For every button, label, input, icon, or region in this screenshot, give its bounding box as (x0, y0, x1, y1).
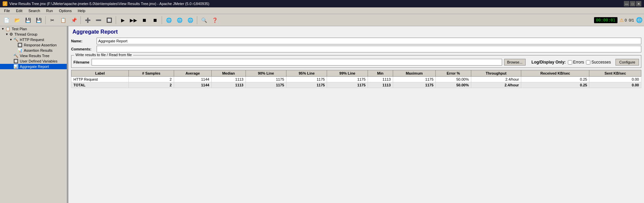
sidebar-item-http-request[interactable]: ▼ 🔨 HTTP Request (0, 37, 67, 42)
col-error: Error % (436, 70, 471, 77)
paste-button[interactable]: 📌 (69, 15, 79, 25)
menu-file[interactable]: File (1, 8, 13, 13)
counter-display: 0/1 (629, 18, 634, 22)
cell-90line: 1175 (246, 77, 286, 82)
copy-button[interactable]: 📋 (58, 15, 68, 25)
cell-error: 50.00% (436, 77, 471, 82)
comments-input[interactable] (97, 46, 641, 52)
total-median: 1113 (211, 82, 246, 88)
write-results-box: Write results to file / Read from file F… (71, 55, 641, 68)
tree-arrow-assertion-results (13, 49, 17, 52)
assertion-results-label: Assertion Results (24, 48, 53, 52)
write-results-legend: Write results to file / Read from file (74, 53, 133, 57)
maximize-button[interactable]: □ (630, 1, 635, 6)
title-bar: J View Results Tree.jmx (F:\JMeter\apach… (0, 0, 644, 7)
total-average: 1144 (174, 82, 211, 88)
saveas-button[interactable]: 💾 (34, 15, 44, 25)
http-request-icon: 🔨 (13, 37, 18, 42)
main-layout: ▼ 📋 Test Plan ▼ ⚙ Thread Group ▼ 🔨 HTTP … (0, 26, 644, 203)
menu-bar: File Edit Search Run Options Help (0, 7, 644, 14)
user-defined-label: User Defined Variables (20, 59, 57, 63)
sidebar-item-user-defined[interactable]: 🔲 User Defined Variables (0, 58, 67, 64)
run-button[interactable]: ▶ (118, 15, 128, 25)
total-max: 1175 (393, 82, 435, 88)
col-95line: 95% Line (286, 70, 327, 77)
table-header-row: Label # Samples Average Median 90% Line … (71, 70, 641, 77)
open-button[interactable]: 📂 (12, 15, 22, 25)
cut-button[interactable]: ✂ (47, 15, 57, 25)
errors-checkbox-label: Errors (568, 60, 584, 65)
response-assertion-label: Response Assertion (24, 43, 57, 47)
globe-icon[interactable]: 🌐 (636, 17, 643, 23)
successes-label: Successes (591, 60, 611, 65)
total-90line: 1175 (246, 82, 286, 88)
sidebar-item-view-results-tree[interactable]: 🔨 View Results Tree (0, 53, 67, 58)
cell-min: 1113 (368, 77, 393, 82)
tree-arrow-user-defined (9, 59, 13, 63)
add-button[interactable]: ➕ (83, 15, 93, 25)
configure-button[interactable]: Configure (615, 59, 639, 66)
aggregate-icon: 📊 (13, 64, 18, 69)
remote-clear-button[interactable]: 🌐 (185, 15, 195, 25)
run-no-pause-button[interactable]: ▶▶ (128, 15, 139, 25)
test-plan-icon: 📋 (5, 27, 10, 31)
menu-options[interactable]: Options (56, 8, 74, 13)
sidebar-item-thread-group[interactable]: ▼ ⚙ Thread Group (0, 32, 67, 37)
help-button[interactable]: ❓ (210, 15, 220, 25)
col-99line: 99% Line (327, 70, 368, 77)
cell-median: 1113 (211, 77, 246, 82)
sidebar-item-response-assertion[interactable]: 🔲 Response Assertion (0, 42, 67, 48)
sidebar-item-test-plan[interactable]: ▼ 📋 Test Plan (0, 26, 67, 32)
search-toolbar-button[interactable]: 🔍 (199, 15, 209, 25)
filename-row: Filename Browse... Log/Display Only: Err… (73, 59, 639, 66)
thread-group-label: Thread Group (14, 32, 37, 36)
menu-help[interactable]: Help (75, 8, 88, 13)
stop-button[interactable]: ⏹ (139, 15, 149, 25)
browse-button[interactable]: Browse... (504, 59, 526, 66)
filename-input[interactable] (92, 59, 502, 66)
remote-start-button[interactable]: 🌐 (164, 15, 174, 25)
clear-button[interactable]: 🔲 (104, 15, 114, 25)
tree-arrow-aggregate (9, 65, 13, 68)
user-defined-icon: 🔲 (13, 59, 18, 64)
table-total-row: TOTAL 2 1144 1113 1175 1175 1175 1113 11… (71, 82, 641, 88)
total-error: 50.00% (436, 82, 471, 88)
total-99line: 1175 (327, 82, 368, 88)
aggregate-table: Label # Samples Average Median 90% Line … (71, 70, 641, 88)
col-90line: 90% Line (246, 70, 286, 77)
menu-search[interactable]: Search (26, 8, 43, 13)
total-throughput: 2.4/hour (471, 82, 521, 88)
menu-edit[interactable]: Edit (13, 8, 25, 13)
col-min: Min (368, 70, 393, 77)
aggregate-label: Aggregate Report (20, 65, 49, 69)
close-button[interactable]: ✕ (636, 1, 641, 6)
view-results-label: View Results Tree (20, 54, 49, 58)
view-results-icon: 🔨 (13, 53, 18, 58)
tree-arrow-response-assertion (13, 43, 17, 47)
filename-label: Filename (73, 60, 90, 64)
stop-all-button[interactable]: ⏹ (150, 15, 160, 25)
sidebar-item-assertion-results[interactable]: 📊 Assertion Results (0, 48, 67, 53)
log-display-label: Log/Display Only: (532, 60, 566, 65)
tree-arrow-view-results (9, 54, 13, 57)
name-input[interactable] (97, 38, 641, 44)
total-label: TOTAL (71, 82, 129, 88)
tree-arrow-http-request: ▼ (9, 38, 13, 41)
save-button[interactable]: 💾 (23, 15, 33, 25)
sidebar-item-aggregate-report[interactable]: 📊 Aggregate Report (0, 64, 67, 69)
comments-label: Comments: (71, 47, 95, 51)
tree-arrow-test-plan: ▼ (1, 27, 5, 31)
errors-checkbox[interactable] (568, 60, 572, 65)
panel-title: Aggregate Report (71, 29, 641, 35)
new-button[interactable]: 📄 (1, 15, 11, 25)
total-received: 0.25 (521, 82, 589, 88)
remote-stop-button[interactable]: 🌐 (174, 15, 184, 25)
successes-checkbox[interactable] (586, 60, 590, 65)
menu-run[interactable]: Run (44, 8, 56, 13)
cell-95line: 1175 (286, 77, 327, 82)
toolbar: 📄 📂 💾 💾 ✂ 📋 📌 ➕ ➖ 🔲 ▶ ▶▶ ⏹ ⏹ 🌐 🌐 🌐 🔍 ❓ 0… (0, 14, 644, 26)
remove-button[interactable]: ➖ (93, 15, 103, 25)
cell-average: 1144 (174, 77, 211, 82)
warning-badge: ⚠ 0 (620, 17, 627, 23)
minimize-button[interactable]: — (624, 1, 629, 6)
